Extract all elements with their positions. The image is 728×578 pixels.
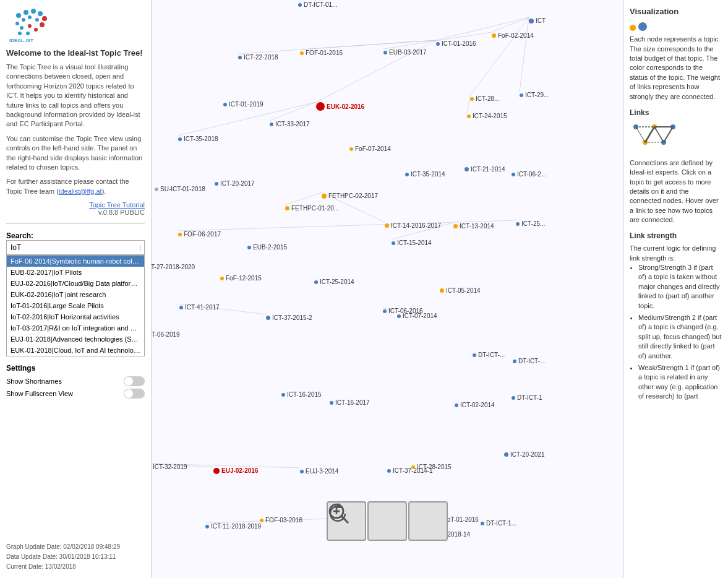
graph-node[interactable]: ICT-27-2018-2020: [152, 264, 195, 270]
graph-node[interactable]: ICT-22-2018: [238, 54, 278, 61]
node-label: ICT-07-2014: [403, 313, 437, 319]
search-result-item[interactable]: EUJ-01-2018|Advanced technologies (Secur…: [7, 334, 144, 345]
graph-node[interactable]: SU-ICT-01-2018: [155, 186, 205, 192]
graph-node[interactable]: ICT-32-2019: [152, 464, 187, 470]
search-result-item[interactable]: EUK-02-2016|IoT joint research: [7, 289, 144, 300]
node-label: ICT-35-2018: [184, 136, 218, 142]
graph-node[interactable]: ICT-29...: [520, 92, 549, 98]
email-link[interactable]: idealist@ffg.at: [59, 188, 102, 195]
graph-node[interactable]: EUJ-02-2016: [213, 467, 258, 474]
viz-description: Each node represents a topic. The size c…: [630, 35, 722, 101]
graph-node[interactable]: ICT-25-2014: [314, 278, 354, 285]
node-dot: [270, 123, 273, 126]
node-label: EUK-02-2016: [327, 103, 364, 110]
graph-node[interactable]: ICT-24-2015: [467, 113, 507, 119]
version-label: v.0.8.8 PUBLIC: [98, 209, 145, 216]
graph-node[interactable]: FoF-12-2015: [220, 275, 262, 282]
node-dot: [440, 288, 444, 293]
node-dot: [330, 401, 333, 405]
node-dot: [285, 206, 289, 210]
graph-node[interactable]: ICT-06-2...: [512, 171, 546, 178]
node-dot: [467, 114, 471, 118]
small-dot: [630, 25, 636, 31]
search-result-item[interactable]: IoT-03-2017|R&I on IoT integration and p…: [7, 322, 144, 334]
graph-node[interactable]: ICT-15-2014: [392, 239, 432, 246]
node-label: ICT-35-2014: [411, 171, 445, 178]
tutorial-link[interactable]: Topic Tree Tutorial: [89, 201, 145, 209]
graph-node[interactable]: ICT-05-2014: [440, 287, 481, 294]
node-label: DT-ICT-...: [518, 358, 545, 364]
node-dot: [470, 97, 474, 101]
graph-node[interactable]: EUJ-3-2014: [300, 468, 338, 475]
search-result-item[interactable]: EUK-01-2018|Cloud, IoT and AI technologi…: [7, 345, 144, 356]
graph-node[interactable]: FETHPC-01-20...: [285, 205, 339, 212]
graph-node[interactable]: FETHPC-02-2017: [322, 192, 378, 199]
graph-node[interactable]: EUB-03-2017: [383, 49, 427, 56]
graph-node[interactable]: ICT-13-2014: [453, 223, 494, 230]
links-title: Links: [630, 108, 722, 118]
graph-node[interactable]: ICT-20-2021: [504, 451, 545, 458]
zoom-out-button[interactable]: [367, 501, 407, 541]
search-result-item[interactable]: IoT-01-2016|Large Scale Pilots: [7, 300, 144, 311]
graph-node[interactable]: ICT-06-2019: [152, 331, 180, 338]
graph-node[interactable]: FOF-06-2017: [178, 231, 221, 238]
graph-node[interactable]: ICT-16-2015: [281, 391, 322, 398]
graph-node[interactable]: ICT-28-2015: [411, 464, 452, 470]
node-label: DT-ICT-01...: [304, 1, 337, 8]
graph-area[interactable]: ICTFoF-02-2014ICT-01-2016EUB-03-2017FOF-…: [152, 0, 623, 578]
search-result-item[interactable]: IoT-02-2016|IoT Horizontal activities: [7, 311, 144, 322]
node-label: FOF-06-2017: [184, 231, 221, 238]
search-result-item[interactable]: EUB-02-2017|IoT Pilots: [7, 267, 144, 278]
shortnames-toggle[interactable]: [124, 376, 145, 386]
graph-node[interactable]: FOF-03-2016: [260, 517, 302, 524]
node-label: ICT-21-2014: [471, 166, 505, 173]
sidebar-desc-1: The Topic Tree is a visual tool illustra…: [6, 63, 145, 129]
graph-node[interactable]: ICT-02-2014: [455, 402, 495, 408]
graph-node[interactable]: ICT-41-2017: [179, 304, 220, 311]
search-result-item[interactable]: EUJ-02-2016|IoT/Cloud/Big Data platforms…: [7, 278, 144, 289]
svg-point-12: [34, 28, 38, 32]
search-dropdown[interactable]: FoF-06-2014|Symbiotic human-robot collab…: [6, 255, 145, 356]
svg-line-33: [470, 17, 529, 95]
node-dot: [383, 51, 387, 54]
graph-node[interactable]: FOF-01-2016: [300, 50, 343, 56]
graph-node[interactable]: EUK-02-2016: [316, 102, 364, 111]
search-result-item[interactable]: FoF-06-2014|Symbiotic human-robot collab…: [7, 256, 144, 267]
graph-node[interactable]: ICT-11-2018-2019: [205, 523, 261, 530]
graph-node[interactable]: ICT: [529, 17, 546, 24]
graph-node[interactable]: DT-ICT-1: [512, 394, 542, 401]
node-dot: [436, 42, 440, 46]
graph-node[interactable]: DT-ICT-...: [513, 358, 545, 364]
graph-node[interactable]: ICT-25...: [516, 220, 545, 227]
fullscreen-row: Show Fullscreen View: [6, 389, 145, 399]
graph-node[interactable]: DT-ICT-...: [473, 352, 505, 358]
graph-node[interactable]: ICT-21-2014: [465, 166, 505, 173]
graph-node[interactable]: ICT-20-2017: [215, 180, 255, 187]
graph-node[interactable]: ICT-37-2015-2: [266, 314, 312, 321]
graph-node[interactable]: ICT-01-2019: [223, 101, 263, 108]
graph-node[interactable]: FoF-07-2014: [349, 145, 391, 152]
graph-node[interactable]: DT-ICT-1...: [481, 520, 516, 527]
graph-node[interactable]: ICT-28...: [470, 95, 499, 102]
bottom-info: Graph Update Date: 02/02/2018 09:48:29 D…: [6, 542, 145, 572]
graph-node[interactable]: ICT-35-2014: [405, 171, 445, 178]
graph-node[interactable]: ICT-35-2018: [178, 136, 218, 142]
svg-line-24: [285, 192, 322, 205]
svg-point-3: [38, 11, 43, 16]
node-label: DT-ICT-1...: [486, 520, 516, 527]
graph-canvas[interactable]: ICTFoF-02-2014ICT-01-2016EUB-03-2017FOF-…: [152, 0, 623, 578]
graph-node[interactable]: ICT-07-2014: [397, 313, 437, 319]
fullscreen-toggle[interactable]: [124, 389, 145, 399]
node-label: FOF-01-2016: [306, 50, 343, 56]
graph-node[interactable]: ICT-14-2016-2017: [385, 222, 441, 229]
graph-node[interactable]: ICT-16-2017: [330, 399, 370, 406]
node-label: SU-ICT-01-2018: [160, 186, 205, 192]
graph-node[interactable]: EUB-2-2015: [247, 244, 287, 251]
graph-node[interactable]: ICT-01-2016: [436, 40, 476, 47]
graph-node[interactable]: FoF-02-2014: [492, 32, 534, 39]
refresh-button[interactable]: [408, 501, 448, 541]
graph-node[interactable]: DT-ICT-01...: [298, 1, 337, 8]
search-input[interactable]: [6, 240, 145, 255]
cursor-indicator: |: [139, 244, 141, 251]
graph-node[interactable]: ICT-33-2017: [270, 121, 310, 127]
